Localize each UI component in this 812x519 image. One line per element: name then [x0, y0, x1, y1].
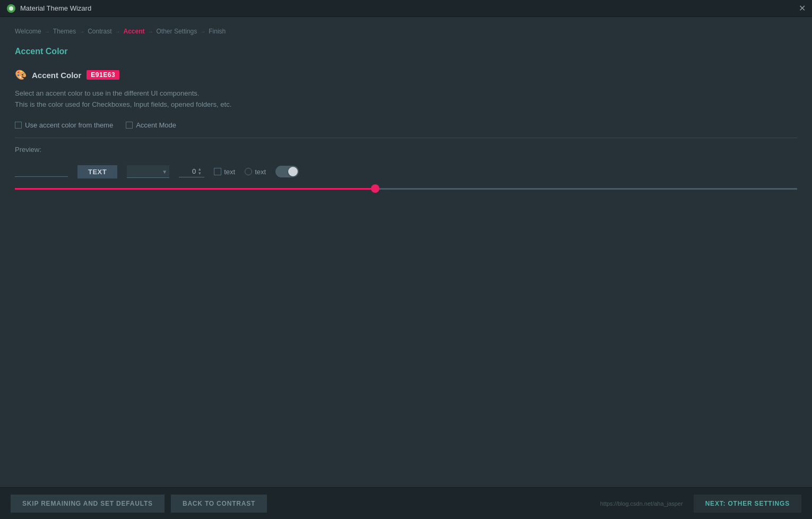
toggle-track: [275, 166, 299, 177]
preview-toggle[interactable]: [275, 166, 299, 177]
skip-button[interactable]: SKIP REMAINING AND SET DEFAULTS: [11, 495, 165, 513]
options-row: Use accent color from theme Accent Mode: [15, 121, 797, 129]
footer-right: https://blog.csdn.net/aha_jasper NEXT: O…: [600, 495, 801, 513]
description-line2: This is the color used for Checkboxes, I…: [15, 99, 797, 110]
breadcrumb-accent: Accent: [124, 28, 145, 35]
breadcrumb-themes: Themes: [53, 28, 76, 35]
accent-mode-label-text: Accent Mode: [136, 121, 176, 129]
preview-text-input[interactable]: [15, 166, 68, 177]
app-icon: [6, 4, 16, 13]
main-content: Welcome → Themes → Contrast → Accent → O…: [0, 17, 812, 487]
preview-area: TEXT ▼ 0 ▲ ▼ text text: [15, 161, 797, 183]
preview-checkbox-label: text: [224, 168, 235, 176]
preview-text-button[interactable]: TEXT: [77, 165, 117, 178]
use-accent-label-text: Use accent color from theme: [25, 121, 113, 129]
use-accent-from-theme-checkbox[interactable]: [15, 122, 22, 129]
footer-url: https://blog.csdn.net/aha_jasper: [600, 500, 683, 507]
titlebar-left: Material Theme Wizard: [6, 4, 91, 13]
footer: SKIP REMAINING AND SET DEFAULTS BACK TO …: [0, 487, 812, 519]
app-title: Material Theme Wizard: [20, 4, 91, 12]
palette-icon: 🎨: [15, 69, 27, 81]
preview-spinner-wrapper: 0 ▲ ▼: [179, 166, 204, 177]
preview-radio[interactable]: [245, 168, 252, 175]
use-accent-from-theme-label[interactable]: Use accent color from theme: [15, 121, 113, 129]
next-button[interactable]: NEXT: OTHER SETTINGS: [694, 495, 801, 513]
preview-slider[interactable]: [15, 188, 797, 190]
section-title: Accent Color: [32, 71, 81, 80]
page-title: Accent Color: [15, 47, 797, 56]
footer-left-buttons: SKIP REMAINING AND SET DEFAULTS BACK TO …: [11, 495, 267, 513]
accent-mode-checkbox[interactable]: [126, 122, 133, 129]
spinner-down-button[interactable]: ▼: [197, 172, 202, 176]
preview-checkbox-wrap: text: [214, 168, 235, 176]
breadcrumb-finish: Finish: [209, 28, 226, 35]
preview-radio-wrap: text: [245, 168, 266, 176]
breadcrumb-welcome: Welcome: [15, 28, 41, 35]
preview-radio-label: text: [255, 168, 266, 176]
preview-checkbox[interactable]: [214, 168, 221, 175]
color-badge[interactable]: E91E63: [87, 70, 119, 80]
toggle-thumb: [288, 167, 298, 176]
svg-point-1: [9, 6, 13, 11]
arrow1: →: [45, 29, 50, 35]
preview-dropdown-wrapper: ▼: [127, 165, 169, 178]
breadcrumb-contrast: Contrast: [88, 28, 111, 35]
back-to-contrast-button[interactable]: BACK TO CONTRAST: [171, 495, 267, 513]
description-line1: Select an accent color to use in the dif…: [15, 88, 797, 99]
section-header: 🎨 Accent Color E91E63: [15, 69, 797, 81]
accent-mode-label[interactable]: Accent Mode: [126, 121, 176, 129]
preview-label: Preview:: [15, 146, 797, 154]
description: Select an accent color to use in the dif…: [15, 88, 797, 110]
breadcrumb-other-settings: Other Settings: [157, 28, 197, 35]
arrow5: →: [200, 29, 205, 35]
arrow3: →: [115, 29, 120, 35]
preview-dropdown[interactable]: [127, 165, 169, 178]
close-button[interactable]: ✕: [799, 4, 806, 13]
slider-row: [15, 188, 797, 190]
arrow4: →: [148, 29, 153, 35]
preview-spinner-input[interactable]: 0: [181, 167, 196, 175]
breadcrumb: Welcome → Themes → Contrast → Accent → O…: [15, 28, 797, 35]
titlebar: Material Theme Wizard ✕: [0, 0, 812, 17]
arrow2: →: [79, 29, 84, 35]
divider: [15, 138, 797, 138]
spinner-controls: ▲ ▼: [197, 167, 202, 176]
